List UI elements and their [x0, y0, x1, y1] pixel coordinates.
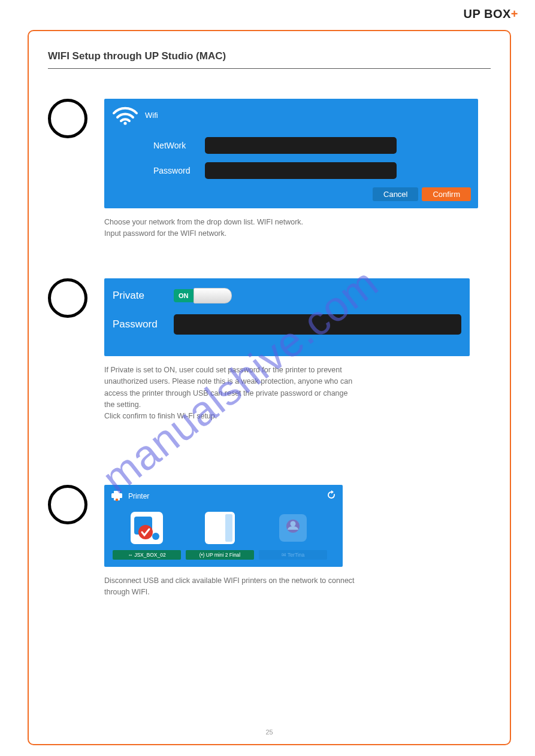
svg-point-4: [116, 498, 118, 500]
refresh-icon[interactable]: [326, 490, 337, 503]
printer-panel-header: Printer: [110, 490, 149, 503]
password-input[interactable]: [205, 162, 397, 179]
printer-panel-title: Printer: [128, 492, 149, 500]
printer-caption-2: (•) UP mini 2 Final: [186, 550, 254, 560]
page-frame: WIFI Setup through UP Studio (MAC) 3 Wif…: [28, 30, 511, 745]
printer-item-3[interactable]: ✉ TerTina: [261, 509, 325, 560]
step4-caption: If Private is set to ON, user could set …: [104, 365, 491, 423]
page-number: 25: [29, 728, 510, 736]
private-toggle[interactable]: ON: [174, 288, 232, 303]
private-password-input[interactable]: [174, 314, 461, 335]
toggle-switch: [194, 288, 232, 303]
brand-plus: +: [511, 7, 518, 20]
brand-text: UP BOX: [463, 7, 510, 20]
confirm-button[interactable]: Confirm: [422, 187, 471, 201]
printer-thumb-3: [272, 509, 314, 546]
svg-rect-2: [114, 491, 120, 494]
private-password-row: Password: [113, 314, 461, 335]
svg-point-15: [291, 521, 296, 526]
svg-point-8: [138, 525, 153, 539]
wifi-panel: Wifi NetWork Password Cancel Confirm: [104, 99, 478, 208]
private-row: Private ON: [113, 288, 461, 303]
svg-point-7: [152, 533, 159, 540]
network-input[interactable]: [205, 137, 397, 154]
step-3: 3 Wifi NetWork Password: [48, 99, 491, 240]
printer-panel: Printer ↔ JSX_BOX_02: [104, 485, 343, 567]
printer-caption-1: ↔ JSX_BOX_02: [113, 550, 181, 560]
printer-list: ↔ JSX_BOX_02 (•) UP mini 2 Final: [110, 509, 337, 560]
printer-caption-3: ✉ TerTina: [259, 550, 327, 560]
printer-item-2[interactable]: (•) UP mini 2 Final: [188, 509, 252, 560]
password-row: Password: [111, 162, 471, 179]
printer-item-1[interactable]: ↔ JSX_BOX_02: [115, 509, 179, 560]
network-label: NetWork: [153, 141, 205, 150]
toggle-on-label: ON: [174, 289, 194, 302]
brand-logo: UP BOX+: [463, 7, 518, 21]
wifi-icon: [111, 105, 139, 125]
step-bullet-5: 5: [48, 485, 87, 524]
section-title: WIFI Setup through UP Studio (MAC): [48, 50, 491, 62]
private-password-label: Password: [113, 318, 165, 330]
step-bullet-4: 4: [48, 278, 87, 318]
private-label: Private: [113, 290, 165, 302]
private-panel: Private ON Password: [104, 278, 470, 356]
step3-caption: Choose your network from the drop down l…: [104, 217, 491, 240]
printer-thumb-1: [126, 509, 168, 546]
svg-rect-12: [225, 514, 232, 542]
step-5: 5 Printer: [48, 485, 491, 599]
password-label: Password: [153, 166, 205, 175]
svg-rect-1: [111, 493, 122, 498]
printer-thumb-2: [199, 509, 241, 546]
wifi-panel-title: Wifi: [145, 111, 158, 120]
step-4: 4 Private ON Password: [48, 278, 491, 423]
step-bullet-3: 3: [48, 99, 87, 138]
network-row: NetWork: [111, 137, 471, 154]
printer-icon: [110, 490, 123, 503]
wifi-panel-header: Wifi: [111, 105, 471, 125]
wifi-button-bar: Cancel Confirm: [111, 187, 471, 201]
divider: [48, 68, 491, 69]
svg-point-0: [123, 122, 126, 125]
svg-rect-11: [207, 514, 220, 542]
cancel-button[interactable]: Cancel: [373, 187, 418, 201]
step5-caption: Disconnect USB and click available WIFI …: [104, 575, 491, 599]
